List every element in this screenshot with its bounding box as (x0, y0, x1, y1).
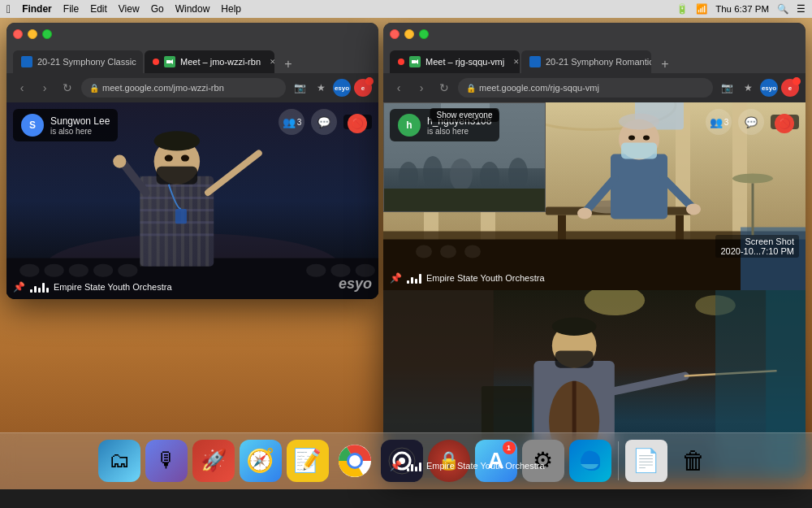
video-area-left: S Sungwon Lee is also here 👥 3 💬 You (6, 102, 378, 299)
menu-view[interactable]: View (119, 3, 140, 15)
app-menu-finder[interactable]: Finder (22, 3, 52, 15)
back-button-right[interactable]: ‹ (390, 79, 408, 97)
video-area-right: esyo h h_nguyen3108 is also here 👥 3 (383, 102, 806, 290)
svg-point-66 (732, 174, 773, 184)
chat-button-right[interactable]: 💬 (738, 109, 764, 135)
svg-point-60 (686, 204, 701, 215)
dock-item-safari[interactable]: 🧭 (240, 440, 282, 482)
screenshot-watermark: Screen Shot 2020-10...7:10 PM (715, 235, 799, 258)
tab-meet-left[interactable]: Meet – jmo-wzzi-rbn ✕ (145, 50, 274, 73)
menu-help[interactable]: Help (221, 3, 241, 15)
tab-close-meet-left[interactable]: ✕ (267, 56, 274, 67)
apple-menu[interactable]:  (6, 2, 11, 15)
svg-rect-53 (621, 143, 657, 159)
svg-point-75 (508, 158, 528, 190)
minimize-button-right[interactable] (404, 29, 414, 39)
clock: Thu 6:37 PM (715, 4, 769, 14)
recording-indicator-right (398, 59, 404, 65)
participant-avatar-left: S (21, 114, 44, 137)
tab-bar-left: 20-21 Symphony Classic ✕ Meet – jmo-wzzi… (6, 46, 378, 73)
screenshot-label: Screen Shot (720, 237, 794, 246)
mute-badge-left: 🚫 (348, 114, 367, 133)
svg-rect-76 (384, 189, 546, 212)
tab-meet-right[interactable]: Meet – rjg-sqqu-vmj ✕ (390, 50, 520, 73)
svg-point-74 (480, 162, 499, 191)
menu-edit[interactable]: Edit (90, 3, 107, 15)
address-bar-left[interactable]: 🔒 meet.google.com/jmo-wzzi-rbn (81, 78, 286, 98)
dock-separator (618, 441, 619, 480)
title-bar-left (6, 23, 378, 46)
dock-item-file[interactable]: 📄 (625, 440, 667, 482)
browser-window-left: 20-21 Symphony Classic ✕ Meet – jmo-wzzi… (6, 23, 378, 299)
maximize-button-left[interactable] (42, 29, 52, 39)
camera-icon-left: 📷 (291, 79, 309, 97)
org-badge-right: 📌 Empire State Youth Orchestra (390, 272, 545, 284)
meet-footer-left: 📌 Empire State Youth Orchestra esyo (13, 276, 372, 293)
svg-rect-27 (175, 209, 187, 224)
dock-item-trash[interactable]: 🗑 (672, 440, 715, 482)
wifi-icon: 📶 (696, 3, 707, 15)
menu-go[interactable]: Go (151, 3, 164, 15)
dock-item-notes[interactable]: 📝 (287, 440, 329, 482)
svg-point-62 (416, 245, 432, 258)
show-everyone-button[interactable]: Show everyone (430, 108, 499, 122)
svg-rect-14 (140, 197, 214, 199)
svg-point-73 (450, 158, 473, 191)
search-icon[interactable]: 🔍 (777, 3, 788, 15)
dock-item-chrome[interactable] (334, 440, 376, 482)
refresh-button-left[interactable]: ↻ (58, 79, 76, 97)
meet-footer-right: 📌 Empire State Youth Orchestra (390, 272, 799, 284)
tab-favicon-esyo-right (529, 56, 541, 67)
svg-point-21 (165, 155, 173, 162)
menu-file[interactable]: File (63, 3, 79, 15)
url-left: meet.google.com/jmo-wzzi-rbn (102, 83, 224, 93)
tab-label-classic: 20-21 Symphony Classic (37, 57, 136, 67)
org-name-bottom: Empire State Youth Orchestra (426, 461, 545, 471)
dock-item-finder[interactable]: 🗂 (98, 440, 140, 482)
close-button-right[interactable] (390, 29, 400, 39)
svg-point-64 (464, 245, 481, 258)
audio-bars-bottom (407, 460, 421, 471)
people-button-left[interactable]: 👥 3 (279, 109, 304, 135)
esyo-badge-left: esyo (333, 79, 351, 97)
svg-rect-17 (140, 233, 214, 236)
minimize-button-left[interactable] (28, 29, 37, 39)
people-button-right[interactable]: 👥 3 (706, 109, 732, 135)
nav-bar-right: ‹ › ↻ 🔒 meet.google.com/rjg-sqqu-vmj 📷 ★… (383, 73, 806, 102)
forward-button-right[interactable]: › (412, 79, 430, 97)
menu-window[interactable]: Window (175, 3, 210, 15)
svg-point-63 (440, 245, 456, 258)
bookmark-icon-left[interactable]: ★ (312, 79, 330, 97)
tab-add-left[interactable]: + (279, 55, 297, 73)
tab-add-right[interactable]: + (656, 55, 674, 73)
svg-rect-19 (157, 167, 197, 185)
participant-status-right: is also here (427, 127, 491, 136)
tab-symphony-classic[interactable]: 20-21 Symphony Classic ✕ (13, 50, 143, 73)
dock-item-launchpad[interactable]: 🚀 (192, 440, 235, 482)
svg-rect-89 (555, 351, 594, 368)
dock-item-edge[interactable] (569, 440, 611, 482)
maximize-button-right[interactable] (419, 29, 429, 39)
refresh-button-right[interactable]: ↻ (435, 79, 453, 97)
pin-icon-left: 📌 (13, 281, 25, 293)
notification-dot-right (793, 77, 801, 85)
dock-item-siri[interactable]: 🎙 (145, 440, 188, 482)
tab-bar-right: Meet – rjg-sqqu-vmj ✕ 20-21 Symphony Rom… (383, 46, 806, 73)
svg-rect-13 (140, 185, 214, 187)
control-center-icon[interactable]: ☰ (797, 3, 806, 15)
pin-icon-bottom: 📌 (390, 460, 402, 471)
participant-status-left: is also here (50, 127, 110, 136)
bookmark-icon-right[interactable]: ★ (739, 79, 757, 97)
address-bar-right[interactable]: 🔒 meet.google.com/rjg-sqqu-vmj (458, 78, 713, 98)
tab-symphony-romantic[interactable]: 20-21 Symphony Romantic ✕ (521, 50, 651, 73)
svg-point-72 (423, 156, 443, 189)
back-button-left[interactable]: ‹ (13, 79, 31, 97)
participant-badge-left: S Sungwon Lee is also here (13, 109, 118, 141)
chat-button-left[interactable]: 💬 (311, 109, 337, 135)
forward-button-left[interactable]: › (36, 79, 54, 97)
close-button-left[interactable] (13, 29, 23, 39)
camera-icon-right: 📷 (718, 79, 736, 97)
tab-close-meet-right[interactable]: ✕ (511, 56, 520, 67)
meet-controls-left: 👥 3 💬 You 🚫 (279, 109, 372, 135)
svg-point-71 (399, 162, 418, 191)
